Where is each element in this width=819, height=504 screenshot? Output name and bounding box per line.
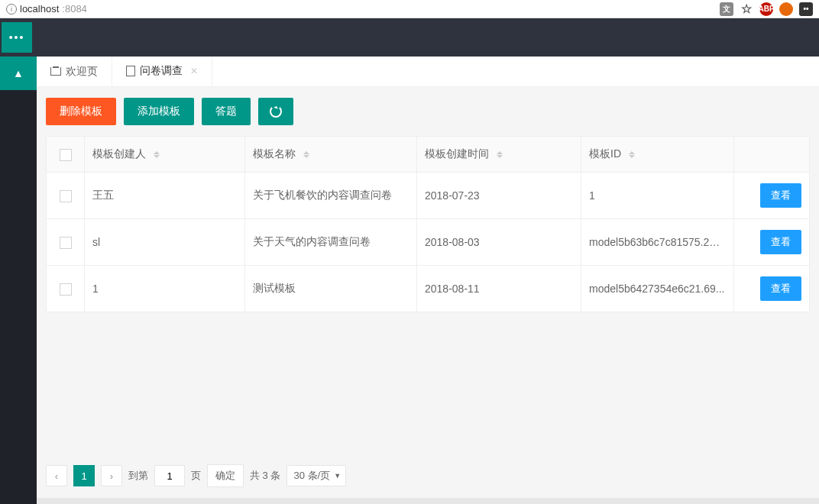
answer-button[interactable]: 答题 bbox=[202, 98, 251, 125]
cell-name: 关于天气的内容调查问卷 bbox=[245, 219, 417, 266]
table-row: 王五关于飞机餐饮的内容调查问卷2018-07-231查看 bbox=[47, 173, 810, 219]
per-page-value: 30 条/页 bbox=[293, 469, 330, 483]
header-name[interactable]: 模板名称 bbox=[245, 137, 417, 173]
tab-bar: 欢迎页 问卷调查 ✕ bbox=[37, 57, 819, 87]
page-prev-button[interactable]: ‹ bbox=[46, 465, 67, 486]
cell-name: 测试模板 bbox=[245, 266, 417, 312]
header-creator-label: 模板创建人 bbox=[92, 147, 146, 160]
add-template-button[interactable]: 添加模板 bbox=[124, 98, 194, 125]
header-creator[interactable]: 模板创建人 bbox=[85, 137, 245, 173]
refresh-icon bbox=[270, 105, 282, 118]
sidebar-home-button[interactable]: ▲ bbox=[0, 57, 37, 90]
url-port: :8084 bbox=[62, 3, 87, 15]
tab-welcome-label: 欢迎页 bbox=[66, 65, 98, 79]
sort-icon bbox=[497, 151, 503, 158]
document-icon bbox=[126, 66, 135, 76]
cell-time: 2018-08-03 bbox=[417, 219, 581, 266]
table-row: 1测试模板2018-08-11model5b6427354e6c21.69...… bbox=[47, 266, 810, 312]
dots-icon: ••• bbox=[9, 31, 25, 44]
select-all-checkbox[interactable] bbox=[60, 149, 72, 161]
toolbar: 删除模板 添加模板 答题 bbox=[37, 87, 819, 136]
footer-divider bbox=[37, 498, 819, 504]
header-action bbox=[734, 137, 810, 173]
view-button[interactable]: 查看 bbox=[760, 230, 801, 254]
header-id-label: 模板ID bbox=[589, 147, 621, 160]
url-host: localhost bbox=[20, 3, 59, 15]
goto-page-input[interactable] bbox=[154, 465, 185, 486]
sort-icon bbox=[629, 151, 635, 158]
sidebar: ▲ bbox=[0, 57, 37, 504]
bookmark-star-icon[interactable]: ☆ bbox=[740, 2, 753, 16]
translate-extension-icon[interactable]: 文 bbox=[720, 2, 733, 16]
cell-time: 2018-08-11 bbox=[417, 266, 581, 312]
page-number-1[interactable]: 1 bbox=[73, 465, 95, 486]
app-header: ••• bbox=[0, 18, 819, 57]
adblock-extension-icon[interactable]: ABP bbox=[759, 2, 773, 16]
sort-icon bbox=[154, 151, 160, 158]
browser-address-bar: i localhost:8084 文 ☆ ABP •• bbox=[0, 0, 819, 18]
pagination: ‹ 1 › 到第 页 确定 共 3 条 30 条/页 bbox=[37, 454, 819, 498]
cell-creator: 1 bbox=[85, 266, 245, 312]
cell-name: 关于飞机餐饮的内容调查问卷 bbox=[245, 173, 417, 219]
tab-welcome[interactable]: 欢迎页 bbox=[37, 57, 112, 86]
header-time[interactable]: 模板创建时间 bbox=[417, 137, 581, 173]
cell-id: 1 bbox=[581, 173, 734, 219]
total-count: 共 3 条 bbox=[250, 469, 280, 483]
goto-confirm-button[interactable]: 确定 bbox=[207, 464, 244, 487]
header-id[interactable]: 模板ID bbox=[581, 137, 734, 173]
page-next-button[interactable]: › bbox=[101, 465, 122, 486]
menu-toggle-button[interactable]: ••• bbox=[2, 22, 32, 53]
goto-suffix: 页 bbox=[191, 469, 201, 483]
tab-close-icon[interactable]: ✕ bbox=[190, 66, 198, 76]
goto-prefix: 到第 bbox=[128, 469, 148, 483]
cell-creator: sl bbox=[85, 219, 245, 266]
header-time-label: 模板创建时间 bbox=[425, 147, 489, 160]
view-button[interactable]: 查看 bbox=[760, 183, 801, 208]
tab-survey-label: 问卷调查 bbox=[140, 64, 183, 78]
extension-orange-icon[interactable] bbox=[779, 2, 793, 16]
info-icon: i bbox=[6, 4, 17, 15]
home-icon bbox=[50, 67, 61, 76]
header-name-label: 模板名称 bbox=[253, 147, 296, 160]
row-checkbox[interactable] bbox=[60, 190, 72, 202]
cell-id: model5b6427354e6c21.69... bbox=[581, 266, 734, 312]
per-page-select[interactable]: 30 条/页 bbox=[286, 465, 346, 486]
table-row: sl关于天气的内容调查问卷2018-08-03model5b63b6c7c815… bbox=[47, 219, 810, 266]
row-checkbox[interactable] bbox=[60, 237, 72, 249]
refresh-button[interactable] bbox=[258, 98, 293, 125]
extension-dark-icon[interactable]: •• bbox=[799, 2, 813, 16]
delete-template-button[interactable]: 删除模板 bbox=[46, 98, 116, 125]
template-table: 模板创建人 模板名称 模板创建时间 模板ID bbox=[46, 136, 810, 312]
cell-id: model5b63b6c7c81575.262... bbox=[581, 219, 734, 266]
sort-icon bbox=[303, 151, 309, 158]
header-checkbox-col bbox=[47, 137, 85, 173]
tab-survey[interactable]: 问卷调查 ✕ bbox=[112, 57, 212, 86]
cell-time: 2018-07-23 bbox=[417, 173, 581, 219]
row-checkbox[interactable] bbox=[60, 283, 72, 296]
cell-creator: 王五 bbox=[85, 173, 245, 219]
view-button[interactable]: 查看 bbox=[760, 276, 801, 301]
